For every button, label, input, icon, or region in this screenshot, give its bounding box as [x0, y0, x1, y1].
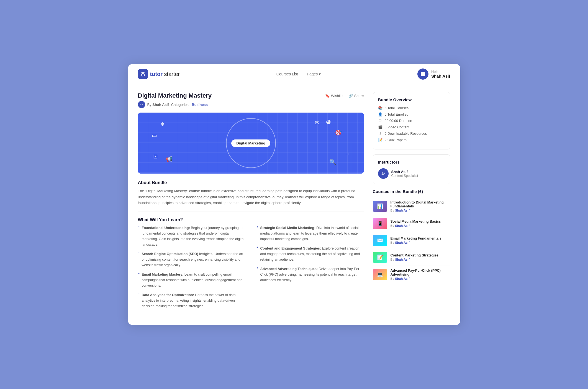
course-title: Email Marketing Fundamentals: [391, 237, 441, 240]
share-button[interactable]: 🔗 Share: [348, 94, 364, 98]
avatar: [417, 68, 428, 80]
hero-image: ❄ ◕ ✉ ▭ ⊡ 📢 🔍 🎯 → Digital Marketing: [138, 113, 364, 174]
nav-pages[interactable]: Pages ▾: [307, 72, 321, 76]
main-card: tutor starter Courses List Pages ▾ Hello: [128, 64, 460, 325]
svg-rect-3: [423, 74, 425, 76]
course-thumbnail: 📝: [373, 252, 387, 263]
learn-item: Content and Engagement Strategies: Explo…: [256, 246, 364, 262]
hero-center-badge: Digital Marketing: [231, 139, 270, 147]
divider: [138, 212, 364, 212]
stat-icon: ⏱: [378, 119, 382, 123]
instructor-item: SA Shah Asif Content Specialist: [378, 168, 445, 179]
navbar: tutor starter Courses List Pages ▾ Hello: [128, 64, 460, 84]
bundle-stat-item: ⏱00:00:00 Duration: [378, 119, 445, 123]
about-title: About Bundle: [138, 180, 364, 185]
course-thumbnail: 📊: [373, 201, 387, 212]
course-item[interactable]: ✉️ Email Marketing Fundamentals By Shah …: [373, 232, 450, 249]
wishlist-button[interactable]: 🔖 Wishlist: [325, 94, 343, 98]
svg-rect-0: [421, 72, 423, 74]
learn-item: Strategic Social Media Marketing: Dive i…: [256, 225, 364, 242]
author-avatar: SA: [138, 101, 145, 108]
stat-icon: ⬇: [378, 131, 382, 136]
page-title: Digital Marketing Mastery: [138, 92, 212, 99]
learn-list-left: Foundational Understanding: Begin your j…: [138, 225, 245, 313]
category-link[interactable]: Business: [192, 103, 208, 107]
courses-list: 📊 Introduction to Digital Marketing Fund…: [373, 198, 450, 283]
stat-icon: 📚: [378, 106, 382, 110]
hero-icon-email: ✉: [315, 120, 320, 126]
bundle-overview-title: Bundle Overview: [378, 97, 445, 102]
about-text: The "Digital Marketing Mastery" course b…: [138, 188, 364, 206]
share-icon: 🔗: [348, 94, 353, 98]
author-row: SA By Shah Asif Categories: Business: [138, 101, 364, 108]
wishlist-icon: 🔖: [325, 94, 330, 98]
hero-icon-target: 🎯: [335, 129, 342, 136]
hero-icon-arrow: →: [345, 151, 350, 157]
course-author: By Shah Asif: [391, 241, 441, 244]
instructors-list: SA Shah Asif Content Specialist: [378, 168, 445, 179]
instructors-card: Instructors SA Shah Asif Content Special…: [373, 154, 450, 184]
svg-rect-1: [423, 72, 425, 74]
title-row: Digital Marketing Mastery 🔖 Wishlist 🔗 S…: [138, 92, 364, 99]
logo-text: tutor starter: [150, 71, 180, 77]
course-info: Email Marketing Fundamentals By Shah Asi…: [391, 237, 441, 244]
title-actions: 🔖 Wishlist 🔗 Share: [325, 94, 364, 98]
instructor-role: Content Specialist: [391, 174, 418, 178]
course-item[interactable]: 📊 Introduction to Digital Marketing Fund…: [373, 198, 450, 215]
nav-links: Courses List Pages ▾: [276, 72, 321, 76]
course-info: Advanced Pay-Per-Click (PPC) Advertising…: [391, 269, 450, 280]
course-info: Introduction to Digital Marketing Fundam…: [391, 200, 450, 212]
learn-item: Advanced Advertising Techniques: Delve d…: [256, 266, 364, 283]
course-title: Content Marketing Strategies: [391, 253, 439, 257]
course-info: Social Media Marketing Basics By Shah As…: [391, 220, 441, 227]
course-thumbnail: ✉️: [373, 235, 387, 246]
bundle-stats: 📚6 Total Courses👤0 Total Enrolled⏱00:00:…: [378, 106, 445, 142]
page-content: Digital Marketing Mastery 🔖 Wishlist 🔗 S…: [128, 84, 460, 325]
hero-icon-speaker: 📢: [166, 156, 173, 162]
svg-rect-2: [421, 74, 423, 76]
learn-item: Search Engine Optimization (SEO) Insight…: [138, 251, 245, 268]
hero-icon-monitor: ⊡: [153, 153, 158, 160]
course-thumbnail: 📱: [373, 218, 387, 229]
instructors-title: Instructors: [378, 160, 445, 164]
course-title: Introduction to Digital Marketing Fundam…: [391, 200, 450, 208]
course-author: By Shah Asif: [391, 258, 439, 261]
stat-icon: 📝: [378, 138, 382, 142]
logo-icon: [138, 69, 148, 79]
instructor-name: Shah Asif: [391, 170, 418, 174]
bundle-stat-item: ⬇0 Downloadable Resources: [378, 131, 445, 136]
nav-user: Hello Shah Asif: [417, 68, 450, 80]
learn-item: Data Analytics for Optimization: Harness…: [138, 292, 245, 309]
bundle-overview-card: Bundle Overview 📚6 Total Courses👤0 Total…: [373, 92, 450, 149]
course-thumbnail: 💻: [373, 269, 387, 280]
course-item[interactable]: 📝 Content Marketing Strategies By Shah A…: [373, 249, 450, 266]
hero-icon-snowflake: ❄: [160, 121, 165, 128]
instructor-info: Shah Asif Content Specialist: [391, 170, 418, 178]
left-column: Digital Marketing Mastery 🔖 Wishlist 🔗 S…: [138, 92, 364, 317]
nav-courses-list[interactable]: Courses List: [276, 72, 298, 76]
course-author: By Shah Asif: [391, 209, 450, 212]
user-info: Hello Shah Asif: [431, 70, 450, 78]
bundle-stat-item: 📝2 Quiz Papers: [378, 138, 445, 142]
hero-icon-search: 🔍: [329, 159, 336, 165]
course-item[interactable]: 📱 Social Media Marketing Basics By Shah …: [373, 215, 450, 232]
course-title: Social Media Marketing Basics: [391, 220, 441, 223]
bundle-stat-item: 🎬5 Video Content: [378, 125, 445, 129]
learn-grid: Foundational Understanding: Begin your j…: [138, 225, 364, 313]
learn-item: Email Marketing Mastery: Learn to craft …: [138, 272, 245, 288]
learn-title: What Will You Learn?: [138, 217, 364, 222]
hero-icon-pie: ◕: [326, 118, 331, 125]
courses-bundle-title: Courses in the Bundle (6): [373, 189, 450, 194]
courses-bundle: Courses in the Bundle (6) 📊 Introduction…: [373, 189, 450, 283]
bundle-stat-item: 👤0 Total Enrolled: [378, 112, 445, 116]
logo[interactable]: tutor starter: [138, 69, 180, 79]
course-item[interactable]: 💻 Advanced Pay-Per-Click (PPC) Advertisi…: [373, 266, 450, 283]
hero-icon-browser: ▭: [152, 132, 157, 139]
chevron-down-icon: ▾: [319, 72, 321, 76]
right-column: Bundle Overview 📚6 Total Courses👤0 Total…: [373, 92, 450, 317]
instructor-avatar: SA: [378, 168, 389, 179]
learn-item: Foundational Understanding: Begin your j…: [138, 225, 245, 247]
course-title: Advanced Pay-Per-Click (PPC) Advertising: [391, 269, 450, 276]
course-info: Content Marketing Strategies By Shah Asi…: [391, 253, 439, 261]
stat-icon: 🎬: [378, 125, 382, 129]
